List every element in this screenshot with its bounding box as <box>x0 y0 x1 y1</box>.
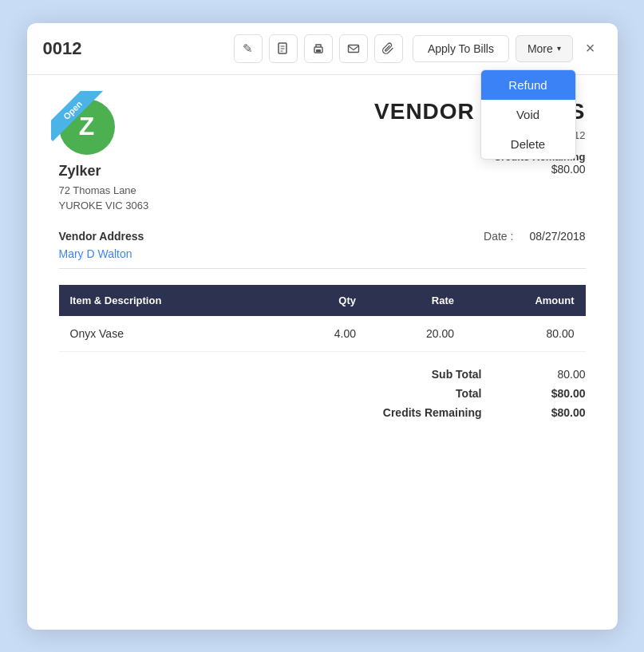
close-button[interactable]: × <box>579 36 602 61</box>
subtotal-value: 80.00 <box>530 368 586 381</box>
svg-rect-6 <box>348 45 358 52</box>
apply-to-bills-button[interactable]: Apply To Bills <box>413 35 509 62</box>
credits-remaining-label: Credits Remaining <box>354 406 482 419</box>
date-value: 08/27/2018 <box>529 230 585 243</box>
totals-section: Sub Total 80.00 Total $80.00 Credits Rem… <box>59 368 586 419</box>
item-amount: 80.00 <box>465 316 585 352</box>
modal-container: 0012 ✎ <box>27 23 618 630</box>
address-date-section: Vendor Address Mary D Walton Date : 08/2… <box>59 230 586 269</box>
document-button[interactable] <box>269 34 298 63</box>
credits-remaining-value: $80.00 <box>530 406 586 419</box>
vendor-address-block: Vendor Address Mary D Walton <box>59 230 144 260</box>
status-ribbon: Open <box>51 91 104 141</box>
col-item: Item & Description <box>59 285 282 316</box>
email-button[interactable] <box>339 34 368 63</box>
document-id: 0012 <box>43 38 82 59</box>
vendor-address-name[interactable]: Mary D Walton <box>59 247 144 260</box>
modal-header: 0012 ✎ <box>27 23 618 75</box>
credits-remaining-row: Credits Remaining $80.00 <box>59 406 586 419</box>
ribbon-wrapper: Open <box>51 91 115 155</box>
col-rate: Rate <box>367 285 465 316</box>
vendor-address-line2: YUROKE VIC 3063 <box>59 198 149 214</box>
items-table: Item & Description Qty Rate Amount Onyx … <box>59 285 586 352</box>
item-rate: 20.00 <box>367 316 465 352</box>
more-dropdown: Refund Void Delete <box>480 69 576 160</box>
subtotal-label: Sub Total <box>354 368 482 381</box>
total-value: $80.00 <box>530 387 586 400</box>
total-row: Total $80.00 <box>59 387 586 400</box>
subtotal-row: Sub Total 80.00 <box>59 368 586 381</box>
table-body: Onyx Vase 4.00 20.00 80.00 <box>59 316 586 352</box>
date-label: Date : <box>484 230 513 243</box>
col-amount: Amount <box>465 285 585 316</box>
svg-rect-5 <box>316 49 321 52</box>
attachment-button[interactable] <box>374 34 403 63</box>
total-label: Total <box>354 387 482 400</box>
more-button[interactable]: More ▾ <box>516 35 573 62</box>
item-qty: 4.00 <box>281 316 367 352</box>
table-header: Item & Description Qty Rate Amount <box>59 285 586 316</box>
toolbar-icons: ✎ <box>234 34 403 63</box>
dropdown-item-void[interactable]: Void <box>481 100 575 129</box>
vendor-name: Zylker <box>59 163 149 180</box>
col-qty: Qty <box>281 285 367 316</box>
table-row: Onyx Vase 4.00 20.00 80.00 <box>59 316 586 352</box>
dropdown-item-refund[interactable]: Refund <box>481 70 575 100</box>
print-button[interactable] <box>304 34 333 63</box>
vendor-address-line1: 72 Thomas Lane <box>59 183 149 199</box>
date-section: Date : 08/27/2018 <box>484 230 585 243</box>
credits-remaining-header-value: $80.00 <box>374 163 585 176</box>
vendor-address-section-label: Vendor Address <box>59 230 144 243</box>
chevron-down-icon: ▾ <box>557 44 561 53</box>
dropdown-item-delete[interactable]: Delete <box>481 129 575 159</box>
edit-button[interactable]: ✎ <box>234 34 263 63</box>
item-name: Onyx Vase <box>59 316 282 352</box>
